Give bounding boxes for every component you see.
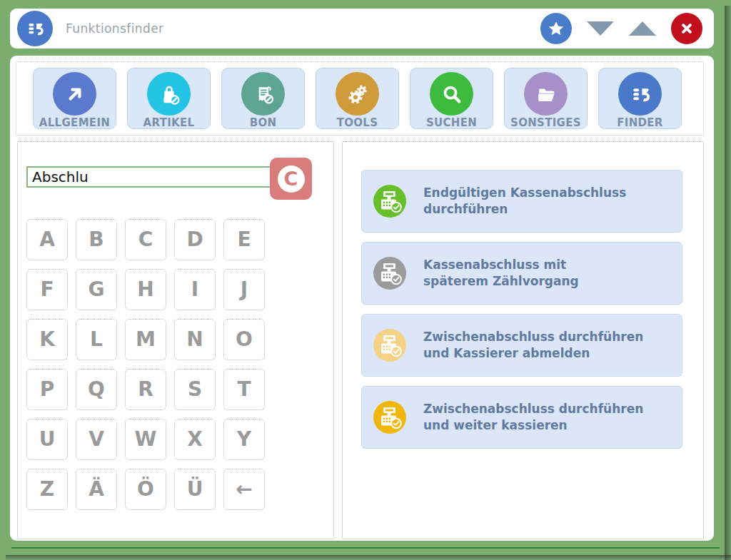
key-ae[interactable]: Ä: [76, 469, 117, 510]
window-shadow: [725, 6, 731, 560]
shopping-bag-edit-icon: [147, 72, 191, 116]
key-j[interactable]: J: [223, 269, 265, 310]
move-up-button[interactable]: [629, 21, 656, 36]
titlebar: Funktionsfinder: [10, 9, 714, 49]
cash-register-check-icon: [373, 185, 406, 218]
key-f[interactable]: F: [26, 269, 68, 310]
key-a[interactable]: A: [26, 219, 68, 260]
result-label: Kassenabschluss mit späterem Zählvorgang: [423, 257, 579, 290]
results-panel: Endgültigen Kassenabschluss durchführen: [342, 141, 704, 539]
close-x-icon: [677, 19, 696, 38]
key-n[interactable]: N: [174, 319, 216, 360]
result-line2: und weiter kassieren: [423, 418, 568, 432]
tab-allgemein[interactable]: ALLGEMEIN: [33, 68, 116, 129]
key-e[interactable]: E: [223, 219, 265, 260]
key-d[interactable]: D: [174, 219, 216, 260]
key-r[interactable]: R: [125, 369, 166, 410]
tab-label: FINDER: [617, 116, 662, 129]
key-p[interactable]: P: [26, 369, 68, 410]
favorites-button[interactable]: [540, 13, 572, 44]
result-zwischenabschluss-abmelden[interactable]: Zwischenabschluss durchführen und Kassie…: [361, 314, 682, 377]
tab-label: BON: [250, 116, 277, 129]
app-logo-icon: [17, 11, 53, 46]
move-down-button[interactable]: [587, 21, 614, 36]
tab-tools[interactable]: TOOLS: [316, 68, 399, 129]
key-c[interactable]: C: [125, 219, 166, 260]
key-h[interactable]: H: [125, 269, 166, 310]
key-b[interactable]: B: [76, 219, 117, 260]
key-t[interactable]: T: [223, 369, 265, 410]
result-zwischenabschluss-weiter-kassieren[interactable]: Zwischenabschluss durchführen und weiter…: [361, 386, 682, 449]
result-label: Zwischenabschluss durchführen und Kassie…: [423, 329, 643, 362]
result-line1: Zwischenabschluss durchführen: [423, 330, 643, 344]
result-line2: und Kassierer abmelden: [423, 346, 590, 360]
tab-suchen[interactable]: SUCHEN: [410, 68, 493, 129]
key-g[interactable]: G: [76, 269, 117, 310]
tab-sonstiges[interactable]: SONSTIGES: [504, 68, 588, 129]
tab-artikel[interactable]: ARTIKEL: [127, 68, 211, 129]
gears-icon: [336, 72, 379, 116]
key-x[interactable]: X: [174, 419, 216, 460]
window-title: Funktionsfinder: [66, 21, 540, 36]
cash-register-check-icon: [373, 329, 406, 362]
cash-register-check-icon: [373, 401, 406, 434]
key-s[interactable]: S: [174, 369, 216, 410]
tab-label: SONSTIGES: [510, 116, 581, 129]
key-i[interactable]: I: [174, 269, 216, 310]
tab-label: TOOLS: [337, 116, 378, 129]
tab-label: ARTIKEL: [143, 116, 195, 129]
star-icon: [546, 19, 566, 39]
clear-c-icon: C: [278, 166, 305, 193]
result-endgueltiger-kassenabschluss[interactable]: Endgültigen Kassenabschluss durchführen: [361, 170, 682, 233]
key-u[interactable]: U: [26, 419, 68, 460]
result-line2: durchführen: [423, 202, 508, 216]
titlebar-actions: [540, 13, 702, 44]
search-input[interactable]: [26, 166, 273, 188]
key-k[interactable]: K: [26, 319, 68, 360]
keyboard: ABCDEFGHIJKLMNOPQRSTUVWXYZÄÖÜ←: [26, 219, 265, 510]
key-m[interactable]: M: [125, 319, 166, 360]
key-v[interactable]: V: [76, 419, 117, 460]
results-list: Endgültigen Kassenabschluss durchführen: [361, 170, 682, 449]
receipt-edit-icon: [241, 72, 285, 116]
result-kassenabschluss-spaeter-zaehlen[interactable]: Kassenabschluss mit späterem Zählvorgang: [361, 242, 682, 305]
tab-label: SUCHEN: [426, 116, 477, 129]
bottom-accent-line: [11, 547, 720, 549]
key-y[interactable]: Y: [223, 419, 265, 460]
close-button[interactable]: [671, 13, 702, 44]
finder-logo-icon: [618, 72, 662, 116]
key-ue[interactable]: Ü: [174, 469, 216, 510]
cash-register-check-icon: [373, 257, 406, 290]
magnifier-icon: [430, 72, 473, 116]
key-w[interactable]: W: [125, 419, 166, 460]
result-label: Zwischenabschluss durchführen und weiter…: [423, 401, 643, 434]
result-line1: Endgültigen Kassenabschluss: [423, 185, 626, 200]
result-line1: Zwischenabschluss durchführen: [423, 402, 643, 416]
main-panel: ALLGEMEIN ARTIKEL: [10, 56, 714, 541]
result-line2: späterem Zählvorgang: [423, 274, 579, 288]
key-o[interactable]: O: [223, 319, 265, 360]
key-l[interactable]: L: [76, 319, 117, 360]
arrow-up-right-icon: [53, 72, 96, 116]
tab-bar: ALLGEMEIN ARTIKEL: [16, 61, 704, 136]
key-q[interactable]: Q: [76, 369, 117, 410]
search-panel: C ABCDEFGHIJKLMNOPQRSTUVWXYZÄÖÜ←: [17, 141, 334, 539]
result-line1: Kassenabschluss mit: [423, 258, 566, 272]
tab-label: ALLGEMEIN: [39, 116, 110, 129]
tab-bon[interactable]: BON: [221, 68, 305, 129]
window-shadow: [6, 555, 731, 560]
result-label: Endgültigen Kassenabschluss durchführen: [423, 185, 626, 218]
key-z[interactable]: Z: [26, 469, 68, 510]
key-oe[interactable]: Ö: [125, 469, 166, 510]
open-folder-icon: [524, 72, 568, 116]
clear-button[interactable]: C: [270, 158, 312, 200]
key-backspace[interactable]: ←: [223, 469, 265, 510]
tab-finder[interactable]: FINDER: [598, 68, 682, 129]
